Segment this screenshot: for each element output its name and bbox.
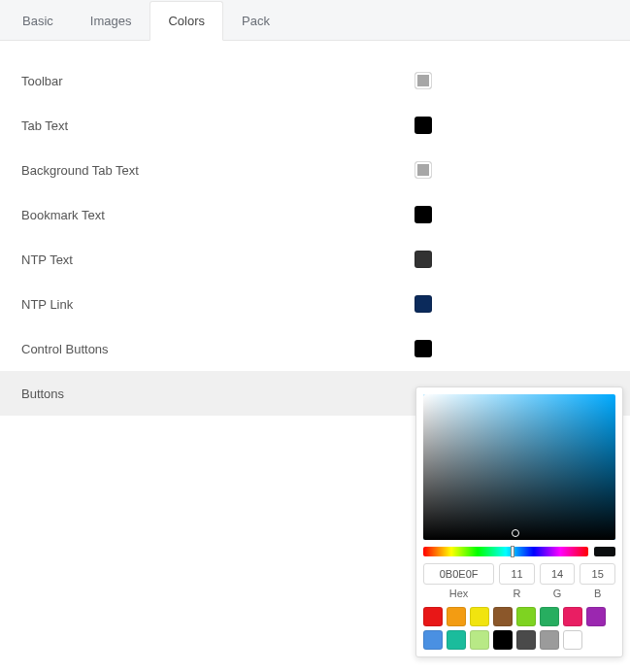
- color-swatch-tab-text[interactable]: [414, 117, 432, 134]
- color-swatch-bookmark-text[interactable]: [414, 206, 432, 223]
- palette-chip[interactable]: [586, 607, 606, 626]
- tab-colors[interactable]: Colors: [149, 1, 223, 41]
- color-row-control-buttons: Control Buttons: [0, 326, 630, 371]
- palette-chip[interactable]: [540, 630, 559, 650]
- color-swatch-control-buttons[interactable]: [414, 340, 432, 357]
- palette-chip[interactable]: [470, 607, 489, 626]
- color-row-background-tab-text: Background Tab Text: [0, 148, 630, 192]
- hex-input[interactable]: [423, 563, 494, 585]
- palette-chip[interactable]: [423, 630, 443, 650]
- b-label: B: [594, 588, 601, 599]
- color-row-label: Buttons: [21, 386, 414, 401]
- g-input[interactable]: [540, 563, 576, 585]
- palette-chip[interactable]: [540, 607, 559, 626]
- color-swatch-background-tab-text[interactable]: [414, 161, 432, 179]
- palette-chip[interactable]: [447, 607, 466, 626]
- color-row-ntp-text: NTP Text: [0, 237, 630, 282]
- palette-chip[interactable]: [516, 630, 536, 650]
- tab-pack[interactable]: Pack: [223, 0, 288, 40]
- color-row-label: Background Tab Text: [21, 163, 414, 178]
- palette-chip[interactable]: [493, 607, 513, 626]
- palette-chip[interactable]: [563, 607, 582, 626]
- tab-images[interactable]: Images: [72, 0, 150, 40]
- color-row-ntp-link: NTP Link: [0, 282, 630, 326]
- preset-palette: [423, 607, 615, 650]
- color-row-label: NTP Link: [21, 297, 414, 312]
- palette-chip[interactable]: [470, 630, 489, 650]
- hue-slider[interactable]: [423, 547, 588, 556]
- sv-handle[interactable]: [512, 529, 519, 537]
- hex-label: Hex: [449, 588, 469, 599]
- g-label: G: [553, 588, 562, 599]
- color-row-label: Tab Text: [21, 118, 414, 133]
- color-row-tab-text: Tab Text: [0, 103, 630, 148]
- current-color-preview: [594, 547, 615, 556]
- color-settings-panel: ToolbarTab TextBackground Tab TextBookma…: [0, 41, 630, 416]
- color-row-label: Toolbar: [21, 74, 414, 88]
- palette-chip[interactable]: [493, 630, 513, 650]
- hue-handle[interactable]: [511, 546, 514, 557]
- color-swatch-ntp-link[interactable]: [414, 295, 432, 313]
- color-swatch-toolbar[interactable]: [414, 72, 432, 89]
- color-row-label: Bookmark Text: [21, 208, 414, 222]
- r-input[interactable]: [499, 563, 535, 585]
- palette-chip[interactable]: [447, 630, 466, 650]
- r-label: R: [514, 588, 521, 599]
- saturation-value-area[interactable]: [423, 394, 615, 540]
- color-swatch-ntp-text[interactable]: [414, 251, 432, 268]
- color-picker: Hex R G B: [415, 386, 623, 657]
- color-row-label: Control Buttons: [21, 342, 414, 356]
- color-row-bookmark-text: Bookmark Text: [0, 192, 630, 237]
- b-input[interactable]: [580, 563, 615, 585]
- palette-chip[interactable]: [563, 630, 582, 650]
- palette-chip[interactable]: [423, 607, 443, 626]
- color-row-label: NTP Text: [21, 252, 414, 267]
- tab-basic[interactable]: Basic: [4, 0, 72, 40]
- palette-chip[interactable]: [516, 607, 536, 626]
- color-row-toolbar: Toolbar: [0, 58, 630, 103]
- tab-bar: BasicImagesColorsPack: [0, 0, 630, 41]
